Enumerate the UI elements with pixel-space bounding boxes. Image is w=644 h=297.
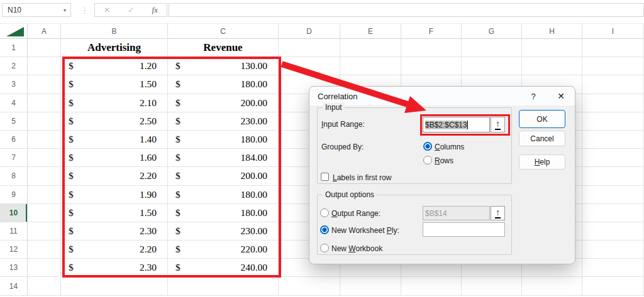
column-header-E[interactable]: E [340, 24, 401, 39]
cell-A14[interactable] [28, 277, 61, 295]
cell-D2[interactable] [279, 57, 340, 75]
cell-A5[interactable] [28, 112, 61, 131]
cell-H2[interactable] [522, 57, 582, 75]
cell-E1[interactable] [340, 39, 401, 57]
cell-A2[interactable] [28, 57, 61, 75]
rows-radio-label[interactable]: Rows [435, 156, 453, 165]
cell-I14[interactable] [582, 277, 644, 295]
cancel-button[interactable]: Cancel [519, 131, 565, 146]
close-icon[interactable]: ✕ [555, 90, 567, 102]
row-header-1[interactable]: 1 [0, 39, 28, 57]
cell-C2[interactable]: $130.00 [168, 57, 279, 75]
cell-H14[interactable] [522, 277, 582, 295]
dialog-help-icon[interactable]: ? [527, 90, 540, 102]
new-worksheet-ply-radio[interactable] [320, 225, 329, 234]
cell-B12[interactable]: $2.20 [61, 240, 168, 259]
insert-function-icon[interactable]: fx [152, 5, 158, 15]
cell-B9[interactable]: $1.90 [61, 186, 168, 204]
cell-F2[interactable] [401, 57, 462, 75]
cell-C8[interactable]: $200.00 [168, 167, 279, 185]
output-range-label[interactable]: Output Range: [331, 209, 380, 218]
cell-H1[interactable] [522, 39, 582, 57]
cell-C14[interactable] [168, 277, 279, 295]
cell-I8[interactable] [582, 167, 644, 185]
row-header-8[interactable]: 8 [0, 167, 28, 185]
cell-B4[interactable]: $2.10 [61, 94, 168, 112]
new-worksheet-ply-label[interactable]: New Worksheet Ply: [331, 226, 399, 235]
cell-A7[interactable] [28, 149, 61, 167]
cell-D14[interactable] [279, 277, 340, 295]
cell-B3[interactable]: $1.50 [61, 75, 168, 94]
cell-D1[interactable] [279, 39, 340, 57]
cell-I6[interactable] [582, 131, 644, 149]
input-range-field[interactable]: $B$2:$C$13 [423, 117, 490, 132]
cell-C10[interactable]: $180.00 [168, 204, 279, 222]
output-range-radio[interactable] [320, 208, 329, 217]
confirm-entry-icon[interactable]: ✓ [128, 6, 134, 14]
cell-C4[interactable]: $200.00 [168, 94, 279, 112]
cell-B10[interactable]: $1.50 [61, 204, 168, 222]
cell-A6[interactable] [28, 131, 61, 149]
output-range-field[interactable]: $B$14 [423, 206, 490, 220]
column-header-B[interactable]: B [61, 24, 168, 39]
row-header-14[interactable]: 14 [0, 277, 28, 295]
cell-C6[interactable]: $180.00 [168, 131, 279, 149]
cell-B13[interactable]: $2.30 [61, 259, 168, 277]
cell-C5[interactable]: $230.00 [168, 112, 279, 131]
cell-A12[interactable] [28, 240, 61, 259]
cell-B7[interactable]: $1.60 [61, 149, 168, 167]
formula-bar-handle-icon[interactable]: ⋮ [80, 3, 88, 17]
formula-input[interactable] [169, 3, 644, 17]
row-header-4[interactable]: 4 [0, 94, 28, 112]
row-header-10[interactable]: 10 [0, 204, 28, 222]
row-header-5[interactable]: 5 [0, 112, 28, 131]
cell-I12[interactable] [582, 240, 644, 259]
cell-I11[interactable] [582, 222, 644, 240]
column-header-A[interactable]: A [28, 24, 61, 39]
new-worksheet-ply-field[interactable] [423, 222, 505, 237]
new-workbook-radio[interactable] [320, 244, 329, 252]
ok-button[interactable]: OK [519, 110, 565, 128]
cell-C1[interactable]: Revenue [168, 39, 279, 57]
cell-E14[interactable] [340, 277, 401, 295]
cell-F1[interactable] [401, 39, 462, 57]
cell-G2[interactable] [462, 57, 522, 75]
cell-A1[interactable] [28, 39, 61, 57]
name-box-dropdown-icon[interactable]: ▾ [64, 8, 66, 13]
cell-C3[interactable]: $180.00 [168, 75, 279, 94]
cell-B8[interactable]: $2.20 [61, 167, 168, 185]
labels-in-first-row-checkbox[interactable] [321, 173, 329, 181]
select-all-button[interactable] [0, 24, 28, 39]
cell-A8[interactable] [28, 167, 61, 185]
row-header-11[interactable]: 11 [0, 222, 28, 240]
columns-radio[interactable] [423, 142, 432, 151]
cancel-entry-icon[interactable]: ✕ [104, 6, 110, 14]
cell-B14[interactable] [61, 277, 168, 295]
cell-A10[interactable] [28, 204, 61, 222]
cell-I5[interactable] [582, 112, 644, 131]
cell-I13[interactable] [582, 259, 644, 277]
labels-in-first-row-label[interactable]: Labels in first row [333, 173, 391, 182]
column-header-H[interactable]: H [522, 24, 582, 39]
row-header-13[interactable]: 13 [0, 259, 28, 277]
cell-C12[interactable]: $220.00 [168, 240, 279, 259]
cell-G14[interactable] [462, 277, 522, 295]
row-header-12[interactable]: 12 [0, 240, 28, 259]
column-header-F[interactable]: F [401, 24, 462, 39]
cell-C11[interactable]: $230.00 [168, 222, 279, 240]
cell-B11[interactable]: $2.30 [61, 222, 168, 240]
cell-B5[interactable]: $2.50 [61, 112, 168, 131]
cell-A11[interactable] [28, 222, 61, 240]
collapse-dialog-button[interactable]: ↑ [491, 117, 505, 132]
cell-A9[interactable] [28, 186, 61, 204]
cell-C7[interactable]: $184.00 [168, 149, 279, 167]
column-header-I[interactable]: I [582, 24, 644, 39]
cell-I9[interactable] [582, 186, 644, 204]
cell-C9[interactable]: $180.00 [168, 186, 279, 204]
cell-B6[interactable]: $1.40 [61, 131, 168, 149]
cell-A13[interactable] [28, 259, 61, 277]
row-header-7[interactable]: 7 [0, 149, 28, 167]
column-header-G[interactable]: G [462, 24, 522, 39]
cell-I7[interactable] [582, 149, 644, 167]
cell-B2[interactable]: $1.20 [61, 57, 168, 75]
